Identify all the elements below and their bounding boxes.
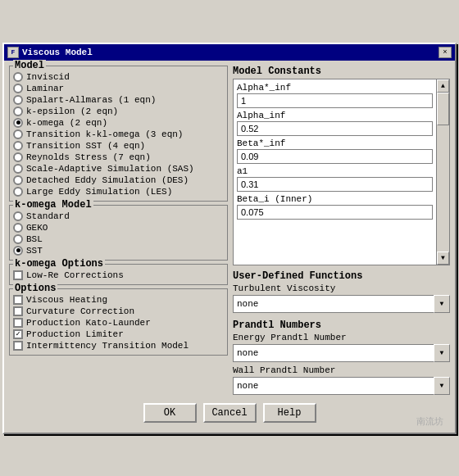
- checkbox-label-low-re: Low-Re Corrections: [26, 270, 124, 280]
- radio-transition-k[interactable]: Transition k-kl-omega (3 eqn): [13, 129, 224, 140]
- radio-bsl[interactable]: BSL: [13, 233, 224, 245]
- watermark: 南流坊: [416, 415, 443, 428]
- radio-des[interactable]: Detached Eddy Simulation (DES): [13, 175, 224, 186]
- radio-circle-sst: [13, 246, 23, 256]
- radio-label-k-epsilon: k-epsilon (2 eqn): [26, 107, 118, 116]
- main-panels: Model Inviscid Laminar Spalart-Allmar: [9, 66, 450, 395]
- checkbox-label-curvature: Curvature Correction: [26, 306, 134, 316]
- prandtl-title: Prandtl Numbers: [233, 320, 450, 331]
- radio-geko[interactable]: GEKO: [13, 222, 224, 233]
- viscous-model-window: F Viscous Model × Model Inviscid: [2, 43, 457, 434]
- constant-value-3[interactable]: [237, 177, 433, 192]
- radio-label-transition-k: Transition k-kl-omega (3 eqn): [26, 129, 183, 139]
- radio-label-sas: Scale-Adaptive Simulation (SAS): [26, 164, 194, 174]
- radio-label-transition-sst: Transition SST (4 eqn): [26, 141, 145, 151]
- checkbox-label-intermittency: Intermittency Transition Model: [26, 341, 189, 351]
- komega-model-content: Standard GEKO BSL SST: [13, 211, 224, 256]
- close-button[interactable]: ×: [439, 47, 452, 58]
- scroll-up-button[interactable]: ▲: [437, 79, 449, 93]
- options-group: Options Viscous Heating Curvature Correc…: [9, 288, 228, 356]
- radio-circle-standard: [13, 211, 23, 221]
- radio-inviscid[interactable]: Inviscid: [13, 71, 224, 83]
- window-icon: F: [7, 47, 19, 58]
- help-button[interactable]: Help: [263, 403, 316, 423]
- title-bar: F Viscous Model ×: [4, 44, 455, 61]
- radio-k-omega[interactable]: k-omega (2 eqn): [13, 117, 224, 129]
- bottom-bar: OK Cancel Help 南流坊: [9, 398, 450, 428]
- window-content: Model Inviscid Laminar Spalart-Allmar: [4, 61, 455, 433]
- model-constants-title: Model Constants: [233, 66, 450, 77]
- radio-sas[interactable]: Scale-Adaptive Simulation (SAS): [13, 163, 224, 175]
- radio-circle-transition-k: [13, 129, 23, 139]
- model-constants-scroll: Alpha*_inf Alpha_inf Beta*_inf: [233, 79, 450, 265]
- radio-label-spalart: Spalart-Allmaras (1 eqn): [26, 95, 156, 105]
- checkbox-curvature[interactable]: Curvature Correction: [13, 306, 224, 317]
- checkbox-label-production-limiter: Production Limiter: [26, 329, 124, 339]
- radio-circle-geko: [13, 223, 23, 233]
- checkbox-viscous-heating[interactable]: Viscous Heating: [13, 294, 224, 306]
- constant-a1: a1: [237, 166, 433, 192]
- radio-label-laminar: Laminar: [26, 84, 64, 93]
- radio-label-reynolds: Reynolds Stress (7 eqn): [26, 152, 151, 162]
- radio-k-epsilon[interactable]: k-epsilon (2 eqn): [13, 106, 224, 117]
- radio-standard[interactable]: Standard: [13, 211, 224, 222]
- radio-sst[interactable]: SST: [13, 245, 224, 256]
- radio-les[interactable]: Large Eddy Simulation (LES): [13, 186, 224, 197]
- radio-circle-k-omega: [13, 118, 23, 128]
- constant-value-4[interactable]: [237, 205, 433, 220]
- checkbox-low-re[interactable]: Low-Re Corrections: [13, 270, 224, 281]
- radio-transition-sst[interactable]: Transition SST (4 eqn): [13, 140, 224, 152]
- checkbox-box-production-limiter: ✓: [13, 329, 23, 339]
- constant-beta-i: Beta_i (Inner): [237, 194, 433, 220]
- options-group-label: Options: [13, 283, 57, 294]
- model-constants-section: Model Constants Alpha*_inf Alpha_inf: [233, 66, 450, 265]
- scroll-down-button[interactable]: ▼: [437, 252, 449, 265]
- komega-model-label: k-omega Model: [13, 199, 93, 211]
- checkbox-box-low-re: [13, 270, 23, 280]
- prandtl-section: Prandtl Numbers Energy Prandtl Number no…: [233, 316, 450, 395]
- window-title: Viscous Model: [22, 48, 93, 57]
- radio-reynolds[interactable]: Reynolds Stress (7 eqn): [13, 152, 224, 163]
- checkbox-intermittency[interactable]: Intermittency Transition Model: [13, 340, 224, 351]
- energy-prandtl-label: Energy Prandtl Number: [233, 333, 450, 342]
- radio-circle-des: [13, 175, 23, 185]
- radio-circle-inviscid: [13, 72, 23, 82]
- constant-alpha-star-inf: Alpha*_inf: [237, 83, 433, 108]
- checkbox-production-limiter[interactable]: ✓ Production Limiter: [13, 329, 224, 340]
- cancel-button[interactable]: Cancel: [203, 403, 257, 423]
- radio-spalart[interactable]: Spalart-Allmaras (1 eqn): [13, 94, 224, 106]
- checkbox-label-viscous-heating: Viscous Heating: [26, 295, 107, 305]
- constant-value-1[interactable]: [237, 121, 433, 136]
- checkbox-box-viscous-heating: [13, 295, 23, 305]
- radio-laminar[interactable]: Laminar: [13, 83, 224, 94]
- komega-options-content: Low-Re Corrections: [13, 270, 224, 281]
- wall-prandtl-dropdown[interactable]: none: [233, 377, 450, 395]
- radio-label-sst: SST: [26, 246, 43, 256]
- constant-name-1: Alpha_inf: [237, 111, 433, 120]
- model-group-content: Inviscid Laminar Spalart-Allmaras (1 eqn…: [13, 71, 224, 197]
- radio-label-k-omega: k-omega (2 eqn): [26, 118, 107, 128]
- wall-prandtl-label: Wall Prandtl Number: [233, 365, 450, 375]
- constant-value-0[interactable]: [237, 93, 433, 108]
- radio-circle-les: [13, 187, 23, 197]
- energy-prandtl-dropdown[interactable]: none: [233, 344, 450, 362]
- constant-name-0: Alpha*_inf: [237, 83, 433, 93]
- energy-prandtl-dropdown-container: none ▼: [233, 344, 450, 362]
- constant-name-4: Beta_i (Inner): [237, 194, 433, 204]
- turbulent-viscosity-label: Turbulent Viscosity: [233, 283, 450, 293]
- constant-value-2[interactable]: [237, 149, 433, 164]
- checkbox-box-intermittency: [13, 341, 23, 351]
- turbulent-viscosity-dropdown[interactable]: none: [233, 295, 450, 313]
- radio-circle-k-epsilon: [13, 107, 23, 116]
- radio-circle-bsl: [13, 234, 23, 244]
- scroll-thumb-area: [437, 93, 449, 252]
- komega-options-label: k-omega Options: [13, 258, 105, 270]
- left-panel: Model Inviscid Laminar Spalart-Allmar: [9, 66, 228, 395]
- constants-scrollbar: ▲ ▼: [436, 79, 449, 265]
- radio-label-des: Detached Eddy Simulation (DES): [26, 175, 189, 185]
- checkbox-production-kato[interactable]: Production Kato-Launder: [13, 317, 224, 329]
- ok-button[interactable]: OK: [143, 403, 197, 423]
- radio-label-inviscid: Inviscid: [26, 72, 70, 82]
- constant-name-2: Beta*_inf: [237, 138, 433, 148]
- constant-alpha-inf: Alpha_inf: [237, 111, 433, 136]
